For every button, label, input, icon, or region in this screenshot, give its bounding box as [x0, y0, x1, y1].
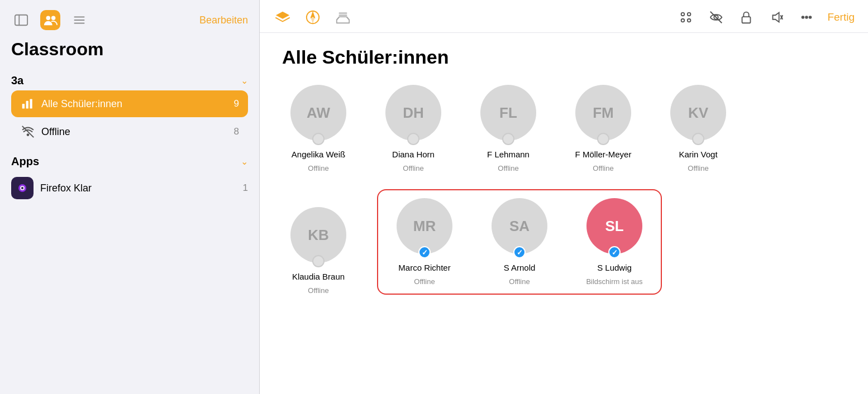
firefox-count: 1	[243, 182, 248, 194]
avatar-dot	[312, 255, 325, 267]
avatar-dot	[608, 246, 621, 258]
avatar-dot	[513, 246, 526, 258]
alle-schueler-icon	[20, 96, 36, 112]
students-grid: AWAngelika WeißOfflineDHDiana HornOfflin…	[282, 85, 846, 295]
svg-point-29	[806, 16, 808, 18]
firefox-app-icon	[11, 177, 34, 199]
avatar-dot	[312, 133, 325, 145]
avatar-container: FM	[575, 85, 631, 145]
avatar-dot	[692, 133, 704, 145]
svg-point-2	[46, 16, 50, 20]
student-card-kb[interactable]: KBKlaudia BraunOffline	[282, 207, 355, 295]
svg-line-24	[710, 12, 722, 23]
main-content: Alle Schüler:innen AWAngelika WeißOfflin…	[260, 33, 868, 394]
student-name: S Arnold	[504, 263, 536, 273]
svg-point-15	[21, 187, 23, 189]
student-name: F Möller-Meyer	[575, 150, 632, 160]
selected-group: MRMarco RichterOfflineSAS ArnoldOfflineS…	[377, 189, 662, 295]
sidebar-item-alle[interactable]: Alle Schüler:innen 9	[11, 90, 248, 117]
avatar: KV	[670, 85, 726, 141]
avatar: MR	[397, 198, 452, 254]
student-status: Offline	[688, 164, 708, 172]
avatar-dot	[407, 133, 419, 145]
svg-point-21	[681, 19, 685, 22]
student-name: Diana Horn	[392, 150, 435, 160]
main-panel: Fertig Alle Schüler:innen AWAngelika Wei…	[260, 0, 868, 394]
avatar: SA	[492, 198, 547, 254]
avatar: FM	[575, 85, 631, 141]
page-title: Alle Schüler:innen	[282, 46, 846, 68]
svg-rect-7	[22, 104, 25, 109]
avatar-container: KV	[670, 85, 726, 145]
student-name: F Lehmann	[487, 150, 530, 160]
svg-point-10	[27, 133, 30, 136]
student-card-kv[interactable]: KVKarin VogtOffline	[662, 85, 735, 172]
svg-rect-25	[742, 17, 751, 23]
eye-off-icon[interactable]	[707, 8, 726, 27]
people-icon[interactable]	[40, 10, 60, 30]
apps-section-header[interactable]: Apps ⌄	[11, 150, 248, 171]
inbox-icon[interactable]	[333, 8, 352, 27]
svg-marker-17	[311, 13, 314, 17]
avatar: AW	[290, 85, 346, 141]
student-name: Angelika Weiß	[292, 150, 345, 160]
list-icon[interactable]	[69, 10, 89, 30]
avatar: FL	[480, 85, 536, 141]
alle-schueler-label: Alle Schüler:innen	[41, 98, 228, 110]
fertig-button[interactable]: Fertig	[827, 11, 855, 23]
lock-icon[interactable]	[737, 8, 756, 27]
sidebar-title: Classroom	[0, 39, 259, 69]
layers-icon[interactable]	[273, 8, 292, 27]
svg-point-30	[809, 16, 812, 18]
student-name: S Ludwig	[597, 263, 632, 273]
student-status: Offline	[403, 164, 423, 172]
svg-rect-9	[30, 99, 32, 108]
avatar-dot	[418, 246, 431, 258]
avatar: DH	[385, 85, 441, 141]
apps-section: Apps ⌄ Firefox Klar 1	[0, 150, 259, 205]
avatar-container: KB	[290, 207, 346, 267]
student-name: Karin Vogt	[679, 150, 717, 160]
student-card-fm[interactable]: FMF Möller-MeyerOffline	[567, 85, 640, 172]
student-status: Offline	[308, 286, 328, 295]
apps-grid-icon[interactable]	[676, 8, 695, 27]
student-card-fl[interactable]: FLF LehmannOffline	[472, 85, 545, 172]
bearbeiten-button[interactable]: Bearbeiten	[199, 15, 248, 26]
compass-icon[interactable]	[303, 8, 322, 27]
svg-point-22	[688, 19, 691, 22]
klasse-chevron-icon: ⌄	[241, 75, 248, 86]
student-status: Offline	[593, 164, 613, 172]
students-row-1: AWAngelika WeißOfflineDHDiana HornOfflin…	[282, 85, 846, 172]
student-card-sl[interactable]: SLS LudwigBildschirm ist aus	[578, 198, 651, 286]
avatar-container: SL	[586, 198, 642, 258]
svg-rect-8	[26, 101, 28, 109]
avatar: KB	[290, 207, 346, 263]
main-toolbar: Fertig	[260, 0, 868, 33]
svg-marker-18	[311, 17, 314, 22]
apps-chevron-icon: ⌄	[241, 156, 248, 167]
mute-icon[interactable]	[767, 8, 786, 27]
student-card-sa[interactable]: SAS ArnoldOffline	[483, 198, 556, 286]
more-icon[interactable]	[797, 8, 816, 27]
student-card-dh[interactable]: DHDiana HornOffline	[377, 85, 450, 172]
avatar-container: AW	[290, 85, 346, 145]
sidebar-item-offline[interactable]: Offline 8	[11, 118, 248, 145]
app-item-firefox[interactable]: Firefox Klar 1	[11, 171, 248, 205]
klasse-section-header[interactable]: 3a ⌄	[11, 69, 248, 90]
student-status: Offline	[414, 277, 435, 286]
sidebar-toggle-icon[interactable]	[11, 10, 31, 30]
student-status: Bildschirm ist aus	[586, 277, 642, 286]
student-name: Marco Richter	[398, 263, 450, 273]
svg-point-19	[681, 13, 685, 16]
svg-rect-0	[15, 15, 27, 26]
offline-label: Offline	[41, 126, 228, 138]
klasse-section: 3a ⌄ Alle Schüler:innen 9	[0, 69, 259, 146]
avatar-container: MR	[397, 198, 452, 258]
avatar-dot	[502, 133, 514, 145]
svg-point-3	[51, 16, 55, 20]
student-card-mr[interactable]: MRMarco RichterOffline	[388, 198, 461, 286]
avatar-container: FL	[480, 85, 536, 145]
student-card-aw[interactable]: AWAngelika WeißOffline	[282, 85, 355, 172]
sidebar-toolbar: Bearbeiten	[0, 10, 259, 39]
firefox-label: Firefox Klar	[40, 182, 236, 194]
